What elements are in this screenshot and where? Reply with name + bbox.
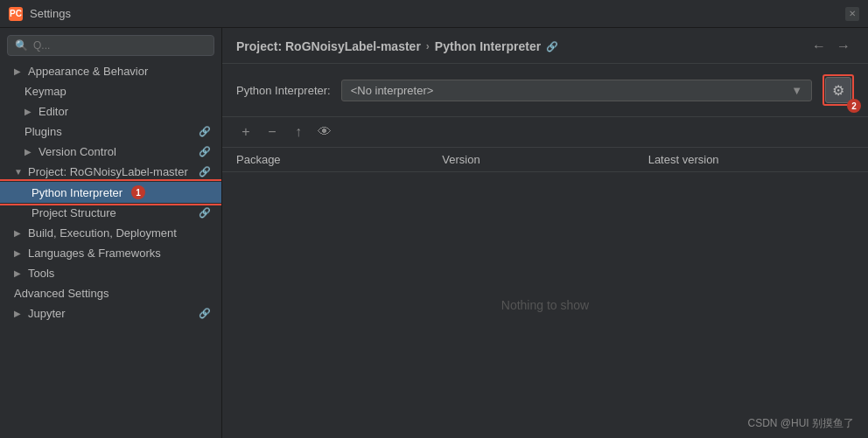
link-icon: 🔗 (199, 126, 211, 137)
sidebar-item-label: Project: RoGNoisyLabel-master (28, 165, 188, 178)
content-panel: Project: RoGNoisyLabel-master › Python I… (222, 28, 868, 438)
sidebar-item-label: Python Interpreter (32, 186, 122, 199)
eye-icon: 👁 (318, 124, 332, 140)
arrow-icon: ▶ (14, 228, 24, 238)
interpreter-row: Python Interpreter: <No interpreter> ▼ ⚙… (222, 64, 868, 117)
arrow-icon: ▶ (24, 107, 35, 116)
title-bar: PC Settings ✕ (0, 0, 868, 28)
sidebar-item-jupyter[interactable]: ▶ Jupyter 🔗 (0, 303, 221, 323)
sidebar-item-build[interactable]: ▶ Build, Execution, Deployment (0, 223, 221, 243)
package-toolbar: + − ↑ 👁 (222, 117, 868, 148)
arrow-icon: ▶ (14, 66, 24, 76)
link-icon: 🔗 (199, 166, 211, 177)
upgrade-package-button[interactable]: ↑ (289, 122, 308, 142)
arrow-icon: ▶ (14, 268, 24, 278)
search-input[interactable] (33, 39, 206, 52)
window-title: Settings (30, 7, 71, 20)
search-box[interactable]: 🔍 (7, 35, 214, 56)
chevron-down-icon: ▼ (791, 84, 802, 97)
col-latest-header: Latest version (648, 153, 854, 166)
sidebar-item-project-structure[interactable]: Project Structure 🔗 (0, 203, 221, 223)
add-package-button[interactable]: + (236, 122, 256, 142)
sidebar-item-label: Advanced Settings (14, 287, 108, 300)
arrow-icon: ▶ (14, 248, 24, 258)
sidebar-item-appearance[interactable]: ▶ Appearance & Behavior (0, 61, 221, 81)
sidebar-item-label: Version Control (38, 145, 116, 158)
sidebar-item-label: Project Structure (32, 206, 116, 219)
breadcrumb: Project: RoGNoisyLabel-master › Python I… (236, 39, 808, 53)
sidebar-item-label: Appearance & Behavior (28, 65, 148, 78)
sidebar-item-project[interactable]: ▼ Project: RoGNoisyLabel-master 🔗 (0, 162, 221, 182)
sidebar: 🔍 ▶ Appearance & Behavior Keymap ▶ Edito… (0, 28, 222, 438)
interpreter-value: <No interpreter> (351, 84, 434, 97)
watermark: CSDN @HUI 别摸鱼了 (747, 416, 854, 431)
breadcrumb-project: Project: RoGNoisyLabel-master (236, 39, 421, 53)
sidebar-item-version-control[interactable]: ▶ Version Control 🔗 (0, 142, 221, 162)
breadcrumb-current: Python Interpreter (435, 39, 541, 53)
sidebar-item-label: Tools (28, 267, 54, 280)
nav-forward-button[interactable]: → (833, 37, 854, 56)
sidebar-item-tools[interactable]: ▶ Tools (0, 263, 221, 283)
content-header: Project: RoGNoisyLabel-master › Python I… (222, 28, 868, 64)
search-icon: 🔍 (15, 39, 28, 52)
interpreter-select[interactable]: <No interpreter> ▼ (341, 80, 812, 101)
sidebar-item-label: Keymap (24, 85, 66, 98)
sidebar-item-keymap[interactable]: Keymap (0, 81, 221, 101)
show-path-button[interactable]: 👁 (315, 122, 334, 142)
gear-btn-wrapper: ⚙ 2 (822, 74, 854, 106)
main-layout: 🔍 ▶ Appearance & Behavior Keymap ▶ Edito… (0, 28, 868, 438)
sidebar-item-editor[interactable]: ▶ Editor (0, 101, 221, 122)
link-icon: 🔗 (199, 146, 211, 157)
sidebar-item-python-interpreter[interactable]: Python Interpreter 1 (0, 182, 221, 203)
breadcrumb-link-icon: 🔗 (546, 41, 558, 52)
nav-back-button[interactable]: ← (808, 37, 830, 56)
close-button[interactable]: ✕ (845, 7, 859, 21)
table-empty-message: Nothing to show (222, 172, 868, 438)
sidebar-item-label: Build, Execution, Deployment (28, 226, 177, 240)
sidebar-item-label: Plugins (24, 125, 62, 138)
table-header: Package Version Latest version (222, 148, 868, 172)
arrow-icon: ▶ (14, 309, 24, 318)
sidebar-item-label: Jupyter (28, 307, 66, 320)
col-package-header: Package (236, 153, 442, 166)
interpreter-label: Python Interpreter: (236, 84, 331, 97)
badge-2: 2 (847, 99, 861, 113)
nav-arrows: ← → (808, 37, 854, 56)
window-controls: ✕ (845, 7, 859, 21)
arrow-icon: ▼ (14, 167, 24, 177)
sidebar-item-plugins[interactable]: Plugins 🔗 (0, 122, 221, 142)
sidebar-item-label: Languages & Frameworks (28, 247, 161, 260)
remove-package-button[interactable]: − (262, 122, 282, 142)
sidebar-item-label: Editor (38, 105, 68, 118)
gear-button[interactable]: ⚙ (825, 77, 851, 103)
package-table: Package Version Latest version Nothing t… (222, 148, 868, 438)
sidebar-item-advanced[interactable]: Advanced Settings (0, 283, 221, 303)
link-icon: 🔗 (199, 207, 211, 219)
arrow-icon: ▶ (24, 147, 35, 156)
badge-1: 1 (131, 185, 145, 199)
col-version-header: Version (442, 153, 648, 166)
breadcrumb-separator: › (426, 40, 430, 52)
link-icon: 🔗 (199, 308, 211, 319)
app-logo: PC (9, 7, 23, 21)
sidebar-item-languages[interactable]: ▶ Languages & Frameworks (0, 243, 221, 263)
gear-icon: ⚙ (832, 82, 844, 99)
